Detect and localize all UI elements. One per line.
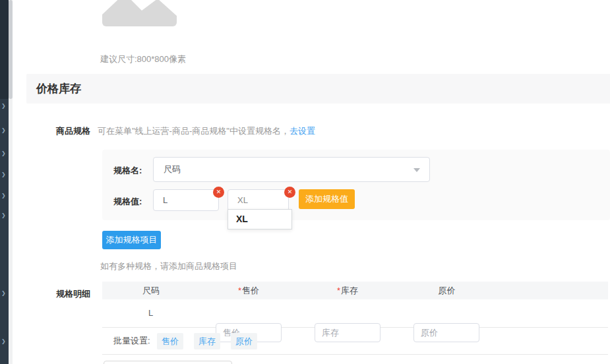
chevron-right-icon[interactable]: ❯: [1, 127, 8, 134]
batch-stock-button[interactable]: 库存: [194, 333, 220, 349]
header-price: *售价: [199, 282, 298, 299]
header-stock: *库存: [298, 282, 397, 299]
header-label: 原价: [439, 286, 456, 295]
product-spec-label: 商品规格: [56, 125, 90, 137]
required-asterisk: *: [238, 286, 241, 295]
header-original-price: 原价: [397, 282, 496, 299]
add-spec-value-button[interactable]: 添加规格值: [299, 189, 355, 209]
spec-hint-text: 可在菜单"线上运营-商品-商品规格"中设置规格名，: [98, 126, 290, 136]
chevron-right-icon[interactable]: ❯: [1, 338, 8, 345]
remove-value-2-button[interactable]: ✕: [284, 187, 295, 198]
spec-value-input-2[interactable]: [228, 189, 289, 211]
chevron-right-icon[interactable]: ❯: [1, 193, 8, 199]
spec-panel: 规格名: 尺码 规格值: ✕ ✕ 添加规格值: [102, 150, 610, 220]
table-header-row: 尺码 *售价 *库存 原价: [102, 282, 608, 299]
batch-original-button[interactable]: 原价: [231, 333, 257, 349]
image-upload-placeholder[interactable]: [102, 0, 177, 26]
remove-value-1-button[interactable]: ✕: [213, 187, 224, 198]
header-label: 尺码: [142, 286, 160, 295]
spec-settings-hint: 可在菜单"线上运营-商品-商品规格"中设置规格名，去设置: [98, 125, 315, 137]
batch-set-label: 批量设置:: [113, 335, 150, 347]
sidebar-top-segment: [0, 0, 9, 99]
caret-down-icon: [413, 168, 420, 172]
chevron-right-icon[interactable]: ❯: [1, 212, 8, 219]
suggestion-dropdown: XL: [228, 209, 292, 229]
image-size-hint: 建议尺寸:800*800像素: [100, 53, 193, 65]
multi-spec-hint: 如有多种规格，请添加商品规格项目: [100, 260, 237, 272]
add-spec-item-button[interactable]: 添加规格项目: [102, 231, 161, 249]
spec-detail-label: 规格明细: [56, 288, 90, 300]
spec-name-value: 尺码: [164, 158, 181, 181]
suggestion-item-xl[interactable]: XL: [236, 210, 248, 229]
spec-name-select[interactable]: 尺码: [153, 157, 430, 182]
required-asterisk: *: [337, 286, 340, 295]
collapsed-sidebar[interactable]: ❯ ❯ ❯ ❯ ❯ ❯ ❯ ❯: [0, 0, 9, 364]
section-title-price-stock: 价格库存: [36, 74, 81, 104]
batch-price-button[interactable]: 售价: [157, 333, 183, 349]
spec-value-label: 规格值:: [113, 196, 142, 208]
row-size-value: L: [102, 308, 199, 318]
section-band: 价格库存: [26, 74, 610, 104]
scrollbar-thumb[interactable]: [9, 0, 13, 99]
chevron-right-icon[interactable]: ❯: [1, 171, 8, 178]
collapsed-bottom-box[interactable]: [104, 361, 232, 364]
table-row: L: [102, 299, 608, 328]
chevron-right-icon[interactable]: ❯: [1, 150, 8, 157]
go-settings-link[interactable]: 去设置: [290, 126, 315, 136]
header-size: 尺码: [102, 282, 199, 299]
product-edit-page: ❯ ❯ ❯ ❯ ❯ ❯ ❯ ❯ 建议尺寸:800*800像素 价格库存 商品规格…: [0, 0, 610, 364]
spec-name-label: 规格名:: [113, 165, 142, 177]
batch-set-row: 批量设置: 售价 库存 原价: [102, 328, 608, 355]
chevron-right-icon[interactable]: ❯: [1, 103, 8, 109]
header-label: 库存: [341, 286, 358, 295]
spec-value-input-1[interactable]: [153, 189, 219, 211]
chevron-right-icon[interactable]: ❯: [1, 290, 8, 297]
header-label: 售价: [242, 286, 259, 295]
image-icon: [102, 0, 177, 26]
